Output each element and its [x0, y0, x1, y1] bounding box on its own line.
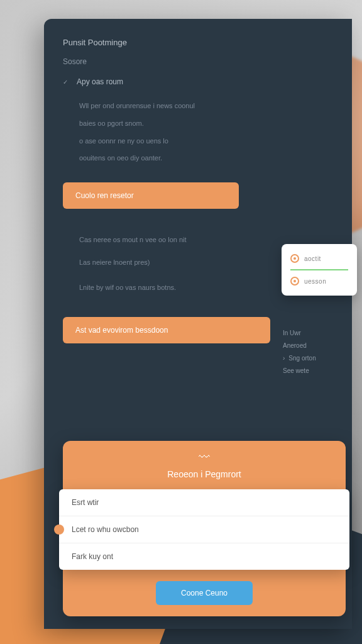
check-text: Apy oas roum: [77, 77, 123, 86]
side-list-item[interactable]: In Uwr: [283, 327, 352, 340]
side-list-item[interactable]: See wete: [283, 365, 352, 377]
body-line-4: oouitens on oeo diy oanter.: [63, 152, 333, 165]
panel-title: Punsit Pootminge: [63, 38, 333, 47]
wave-icon: 〰: [63, 451, 346, 464]
card-title: Reoeon i Pegmrort: [63, 469, 346, 479]
status-widget: aoctit uesson: [282, 244, 357, 296]
widget-label-2: uesson: [304, 278, 326, 285]
widget-row-1[interactable]: aoctit: [290, 252, 348, 265]
dropdown-list: Esrt wtir Lcet ro whu owcbon Fark kuy on…: [59, 489, 349, 570]
dropdown-item[interactable]: Fark kuy ont: [59, 543, 349, 570]
check-icon: ✓: [63, 79, 68, 86]
main-panel: Punsit Pootminge Sosore ✓ Apy oas roum W…: [44, 19, 352, 629]
radio-icon: [290, 254, 299, 263]
primary-button-2[interactable]: Ast vad evovirom bessdoon: [63, 317, 270, 343]
check-row: ✓ Apy oas roum: [63, 77, 333, 86]
submit-button[interactable]: Coone Ceuno: [156, 581, 253, 605]
primary-button-1[interactable]: Cuolo ren resetor: [63, 182, 239, 209]
body-line-1: Wll per ond orunrensue i news coonul: [63, 100, 333, 113]
dropdown-item[interactable]: Esrt wtir: [59, 489, 349, 516]
body-line-2: baies oo pgort snom.: [63, 118, 333, 130]
widget-row-2[interactable]: uesson: [290, 274, 348, 288]
panel-subtitle: Sosore: [63, 57, 333, 66]
side-list-item-active[interactable]: Sng orton: [283, 352, 352, 365]
side-list: In Uwr Aneroed Sng orton See wete: [283, 327, 352, 377]
dropdown-item-selected[interactable]: Lcet ro whu owcbon: [59, 516, 349, 543]
body-line-3: o ase oonnr ne ny oo uens lo: [63, 135, 333, 148]
radio-icon: [290, 277, 299, 286]
side-list-item[interactable]: Aneroed: [283, 340, 352, 352]
widget-divider: [290, 269, 348, 270]
bottom-card: 〰 Reoeon i Pegmrort Esrt wtir Lcet ro wh…: [63, 441, 346, 616]
widget-label-1: aoctit: [304, 255, 321, 262]
